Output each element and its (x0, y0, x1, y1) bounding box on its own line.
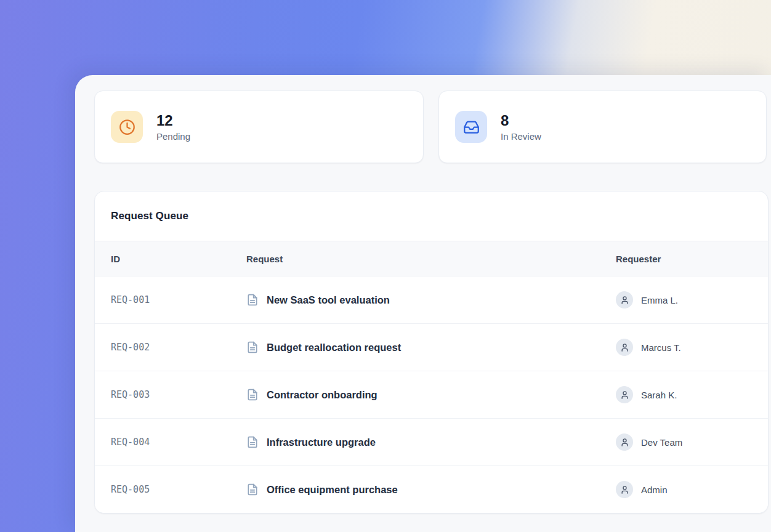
avatar (616, 386, 633, 403)
table-row[interactable]: REQ-005 Office equipment purchase (95, 465, 768, 513)
inbox-icon (455, 111, 487, 143)
row-id: REQ-005 (111, 484, 246, 495)
stat-label-pending: Pending (156, 131, 190, 142)
row-title: Contractor onboarding (267, 389, 377, 401)
document-icon (246, 389, 259, 401)
row-id: REQ-003 (111, 389, 246, 400)
user-icon (620, 390, 629, 400)
avatar (616, 481, 633, 498)
avatar (616, 291, 633, 308)
row-requester: Marcus T. (641, 342, 681, 353)
stat-card-in-review: 8 In Review (438, 91, 767, 163)
row-title: Infrastructure upgrade (267, 437, 376, 448)
avatar (616, 339, 633, 356)
row-requester: Dev Team (641, 437, 682, 448)
user-icon (620, 296, 629, 305)
user-icon (620, 438, 629, 447)
stat-label-in-review: In Review (501, 131, 541, 142)
clock-icon (111, 111, 143, 143)
row-requester: Sarah K. (641, 390, 677, 400)
row-id: REQ-001 (111, 294, 246, 305)
table-row[interactable]: REQ-001 New SaaS tool evaluation (95, 276, 768, 323)
table-header-row: ID Request Requester (95, 241, 768, 276)
row-title: Budget reallocation request (267, 342, 401, 353)
row-id: REQ-002 (111, 342, 246, 353)
request-queue-card: Request Queue ID Request Requester REQ-0… (94, 191, 769, 514)
stats-row: 12 Pending 8 In Review (94, 91, 771, 163)
document-icon (246, 341, 259, 353)
stat-card-pending: 12 Pending (94, 91, 424, 163)
user-icon (620, 343, 629, 352)
row-requester: Emma L. (641, 295, 678, 305)
table-title: Request Queue (111, 210, 188, 222)
document-icon (246, 483, 259, 496)
stat-value-in-review: 8 (501, 112, 541, 129)
document-icon (246, 294, 259, 306)
row-title: Office equipment purchase (267, 484, 398, 496)
stat-value-pending: 12 (156, 112, 190, 129)
main-panel: 12 Pending 8 In Review Reque (75, 75, 771, 532)
table-title-bar: Request Queue (95, 191, 768, 241)
row-title: New SaaS tool evaluation (267, 294, 390, 306)
column-header-requester: Requester (616, 254, 768, 264)
table-row[interactable]: REQ-003 Contractor onboarding (95, 371, 768, 418)
table-body: REQ-001 New SaaS tool evaluation (95, 276, 768, 513)
document-icon (246, 436, 259, 448)
row-id: REQ-004 (111, 437, 246, 448)
row-requester: Admin (641, 485, 668, 495)
avatar (616, 433, 633, 451)
user-icon (620, 485, 629, 494)
table-row[interactable]: REQ-004 Infrastructure upgrade (95, 418, 768, 465)
column-header-id: ID (111, 254, 246, 264)
column-header-request: Request (246, 254, 616, 264)
table-row[interactable]: REQ-002 Budget reallocation request (95, 323, 768, 371)
